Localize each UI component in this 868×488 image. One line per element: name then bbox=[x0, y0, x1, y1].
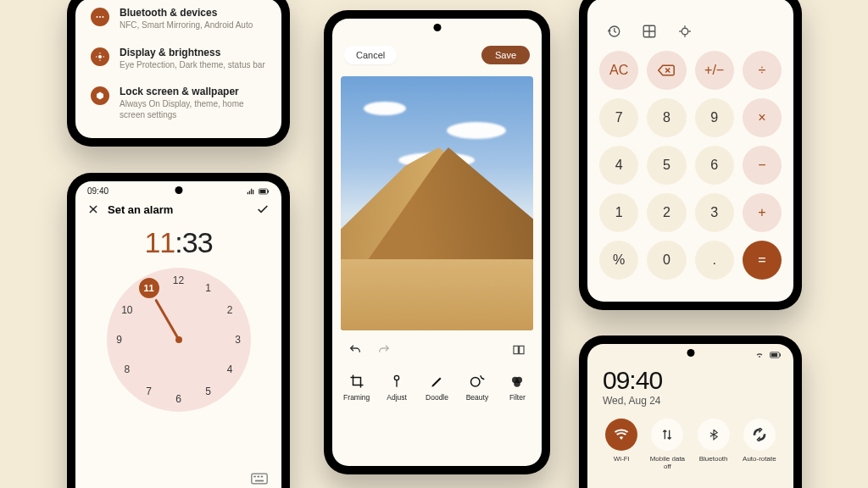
key-AC[interactable]: AC bbox=[599, 51, 638, 90]
tile-mobile-data[interactable]: Mobile data off bbox=[647, 419, 687, 470]
editor-phone: Cancel Save Framing A bbox=[324, 10, 550, 474]
clock-hour-6[interactable]: 6 bbox=[175, 393, 181, 405]
confirm-icon[interactable] bbox=[256, 202, 270, 216]
key-4[interactable]: 4 bbox=[599, 146, 638, 185]
key-+[interactable]: + bbox=[743, 193, 782, 232]
tool-beauty[interactable]: Beauty bbox=[458, 373, 496, 402]
svg-rect-19 bbox=[520, 346, 524, 353]
unit-convert-icon[interactable] bbox=[642, 24, 657, 39]
key-0[interactable]: 0 bbox=[647, 241, 686, 280]
more-icon bbox=[91, 8, 109, 26]
svg-point-3 bbox=[98, 55, 102, 58]
key-8[interactable]: 8 bbox=[647, 98, 686, 137]
keypad-icon[interactable] bbox=[251, 473, 268, 485]
calculator-phone: AC+/−÷789×456−123+%0.= bbox=[579, 0, 802, 310]
key-6[interactable]: 6 bbox=[695, 146, 734, 185]
history-icon[interactable] bbox=[606, 24, 621, 39]
svg-rect-12 bbox=[253, 476, 256, 478]
qs-time: 09:40 bbox=[587, 361, 793, 395]
rotate-icon bbox=[743, 419, 776, 451]
tile-wifi[interactable]: Wi-Fi bbox=[601, 419, 642, 470]
photo-canvas[interactable] bbox=[341, 76, 533, 330]
clock-hour-3[interactable]: 3 bbox=[235, 334, 241, 346]
close-icon[interactable] bbox=[87, 203, 99, 215]
settings-title: Display & brightness bbox=[120, 47, 265, 58]
quicksettings-phone: 09:40 Wed, Aug 24 Wi-Fi Mobile data off … bbox=[579, 336, 802, 488]
brightness-icon bbox=[91, 47, 109, 66]
key-7[interactable]: 7 bbox=[599, 98, 638, 137]
clock-hour-10[interactable]: 10 bbox=[121, 304, 132, 316]
tool-filter[interactable]: Filter bbox=[498, 373, 537, 402]
settings-sub: NFC, Smart Mirroring, Android Auto bbox=[120, 20, 253, 31]
clock-hour-7[interactable]: 7 bbox=[146, 385, 152, 397]
svg-point-2 bbox=[103, 16, 104, 18]
tool-framing[interactable]: Framing bbox=[337, 373, 376, 402]
settings-title: Lock screen & wallpaper bbox=[120, 86, 266, 97]
alarm-hour[interactable]: 11 bbox=[144, 226, 175, 258]
tile-autorotate[interactable]: Auto-rotate bbox=[739, 419, 780, 470]
key-⌫[interactable] bbox=[647, 51, 686, 90]
tool-doodle[interactable]: Doodle bbox=[418, 373, 456, 402]
clock-center bbox=[175, 336, 182, 343]
undo-icon[interactable] bbox=[348, 342, 363, 358]
svg-point-20 bbox=[394, 375, 398, 380]
crop-icon bbox=[348, 373, 365, 390]
clock-selected-hour[interactable]: 11 bbox=[139, 278, 159, 298]
adjust-icon bbox=[388, 373, 405, 390]
clock-hour-9[interactable]: 9 bbox=[116, 334, 122, 346]
clock-hour-2[interactable]: 2 bbox=[227, 304, 233, 316]
key-1[interactable]: 1 bbox=[599, 193, 638, 232]
data-icon bbox=[651, 419, 683, 451]
calc-keypad: AC+/−÷789×456−123+%0.= bbox=[587, 44, 793, 291]
svg-rect-13 bbox=[258, 476, 260, 478]
svg-rect-10 bbox=[260, 190, 266, 193]
svg-rect-18 bbox=[514, 346, 518, 353]
redo-icon[interactable] bbox=[376, 342, 392, 358]
svg-point-1 bbox=[99, 16, 101, 18]
key-−[interactable]: − bbox=[743, 146, 782, 185]
settings-row-lockscreen[interactable]: Lock screen & wallpaper Always On Displa… bbox=[75, 77, 281, 127]
settings-row-bluetooth[interactable]: Bluetooth & devices NFC, Smart Mirroring… bbox=[75, 0, 281, 38]
clock-hour-8[interactable]: 8 bbox=[125, 363, 131, 375]
key-=[interactable]: = bbox=[743, 241, 782, 280]
tile-bluetooth[interactable]: Bluetooth bbox=[693, 419, 734, 470]
wifi-icon bbox=[605, 419, 637, 451]
key-3[interactable]: 3 bbox=[695, 193, 734, 232]
svg-rect-11 bbox=[252, 474, 267, 484]
settings-phone: Bluetooth & devices NFC, Smart Mirroring… bbox=[67, 0, 290, 147]
theme-icon bbox=[91, 86, 109, 105]
settings-title: Bluetooth & devices bbox=[120, 7, 253, 19]
settings-sub: Always On Display, theme, home screen se… bbox=[120, 99, 266, 120]
beauty-icon bbox=[469, 373, 486, 390]
key-9[interactable]: 9 bbox=[695, 98, 734, 137]
svg-point-22 bbox=[470, 378, 480, 387]
svg-rect-32 bbox=[780, 353, 781, 356]
signal-icon bbox=[246, 187, 255, 196]
settings-row-display[interactable]: Display & brightness Eye Protection, Dar… bbox=[75, 38, 281, 78]
clock-face[interactable]: 11 1234567891012 bbox=[107, 268, 251, 412]
key-+/−[interactable]: +/− bbox=[695, 51, 734, 90]
key-2[interactable]: 2 bbox=[647, 193, 686, 232]
svg-rect-14 bbox=[261, 476, 264, 478]
clock-hour-1[interactable]: 1 bbox=[205, 282, 211, 294]
svg-point-25 bbox=[515, 380, 521, 387]
compare-icon[interactable] bbox=[511, 342, 526, 358]
key-.[interactable]: . bbox=[695, 241, 734, 280]
clock-hour-5[interactable]: 5 bbox=[205, 385, 211, 397]
save-button[interactable]: Save bbox=[481, 46, 530, 64]
clock-hand bbox=[154, 299, 180, 341]
key-5[interactable]: 5 bbox=[647, 146, 686, 185]
clock-hour-4[interactable]: 4 bbox=[227, 363, 233, 375]
svg-point-0 bbox=[97, 16, 98, 18]
alarm-minute[interactable]: 33 bbox=[182, 226, 213, 258]
cancel-button[interactable]: Cancel bbox=[344, 46, 397, 64]
alarm-time-display: 11:33 bbox=[75, 226, 281, 259]
clock-hour-12[interactable]: 12 bbox=[173, 274, 184, 286]
alarm-title: Set an alarm bbox=[108, 203, 173, 216]
key-%[interactable]: % bbox=[599, 241, 638, 280]
scientific-icon[interactable] bbox=[677, 24, 693, 39]
tool-adjust[interactable]: Adjust bbox=[377, 373, 415, 402]
key-÷[interactable]: ÷ bbox=[743, 51, 782, 90]
svg-rect-15 bbox=[255, 480, 264, 482]
key-×[interactable]: × bbox=[743, 98, 782, 137]
